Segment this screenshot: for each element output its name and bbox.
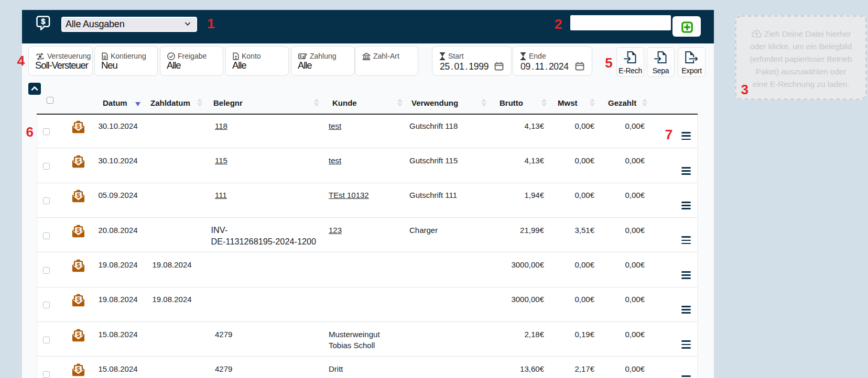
svg-text:$: $ (41, 17, 45, 26)
svg-text:$: $ (300, 54, 302, 58)
